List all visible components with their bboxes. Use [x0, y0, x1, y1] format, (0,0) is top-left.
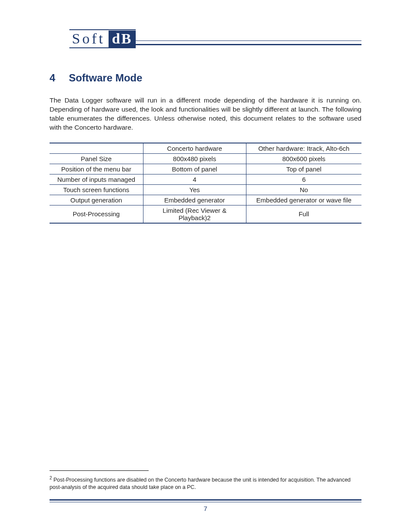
- table-row: Post-Processing Limited (Rec Viewer & Pl…: [50, 205, 361, 223]
- table-cell: Touch screen functions: [50, 184, 143, 195]
- header-rule-gap: [50, 39, 69, 47]
- footnote-separator: [50, 470, 149, 471]
- table-cell: Panel Size: [50, 153, 143, 164]
- differences-table: Concerto hardware Other hardware: Itrack…: [50, 143, 361, 224]
- table-cell: 800x600 pixels: [246, 153, 361, 164]
- footer-rule-thin: [50, 502, 361, 502]
- table-cell: Full: [246, 205, 361, 223]
- table-cell: Position of the menu bar: [50, 164, 143, 174]
- section-number: 4: [50, 72, 66, 84]
- table-cell: Output generation: [50, 195, 143, 205]
- logo: Soft dB: [69, 29, 136, 48]
- footnote-text: Post-Processing functions are disabled o…: [50, 477, 351, 490]
- table-cell: Embedded generator: [143, 195, 246, 205]
- table-cell: Yes: [143, 184, 246, 195]
- section-title: Software Mode: [69, 72, 143, 84]
- table-row: Position of the menu bar Bottom of panel…: [50, 164, 361, 174]
- table-row: Output generation Embedded generator Emb…: [50, 195, 361, 205]
- footer-rule-thick: [50, 499, 361, 501]
- logo-text-db: dB: [109, 31, 136, 47]
- table-header-cell: Concerto hardware: [143, 143, 246, 154]
- table-cell: 800x480 pixels: [143, 153, 246, 164]
- table-header-row: Concerto hardware Other hardware: Itrack…: [50, 143, 361, 154]
- table-row: Touch screen functions Yes No: [50, 184, 361, 195]
- table-cell: Embedded generator or wave file: [246, 195, 361, 205]
- table-header-cell: Other hardware: Itrack, Alto-6ch: [246, 143, 361, 154]
- table-row: Number of inputs managed 4 6: [50, 174, 361, 184]
- table-cell: Limited (Rec Viewer & Playback)2: [143, 205, 246, 223]
- page-footer: 7: [50, 499, 361, 513]
- table-cell: Top of panel: [246, 164, 361, 174]
- table-cell: No: [246, 184, 361, 195]
- table-cell: Number of inputs managed: [50, 174, 143, 184]
- table-row: Panel Size 800x480 pixels 800x600 pixels: [50, 153, 361, 164]
- table-cell: 4: [143, 174, 246, 184]
- table-cell: Post-Processing: [50, 205, 143, 223]
- footnote-block: 2 Post-Processing functions are disabled…: [50, 470, 361, 491]
- header-logo-rule: Soft dB: [50, 30, 361, 48]
- table-cell: 6: [246, 174, 361, 184]
- section-heading: 4 Software Mode: [50, 72, 361, 84]
- table-header-cell: [50, 143, 143, 154]
- logo-text-soft: Soft: [69, 31, 109, 46]
- footnote: 2 Post-Processing functions are disabled…: [50, 475, 361, 491]
- page-number: 7: [204, 505, 207, 512]
- table-cell: Bottom of panel: [143, 164, 246, 174]
- intro-paragraph: The Data Logger software will run in a d…: [50, 96, 361, 132]
